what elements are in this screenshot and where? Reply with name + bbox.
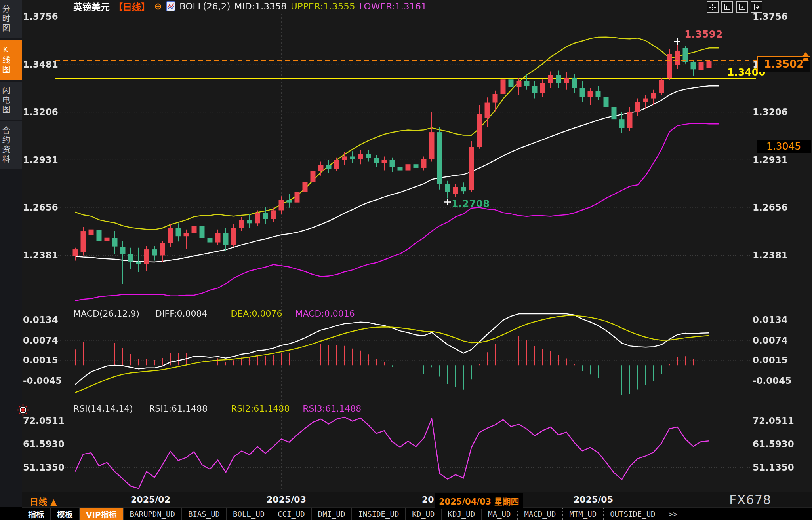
indicator-tab-bar: 指标模板VIP指标BARUPDN_UDBIAS_UDBOLL_UDCCI_UDD… xyxy=(22,507,812,520)
bottom-tab-kdj-ud[interactable]: KDJ_UD xyxy=(442,508,482,520)
low-price-label: 1.2708 xyxy=(452,198,490,209)
period-tag: 【日线】 xyxy=(114,0,150,13)
axis-tick-label: 1.2656 xyxy=(753,202,788,213)
sidebar-item-1[interactable]: 分时图 xyxy=(0,0,22,38)
bottom-tab--[interactable]: >> xyxy=(662,508,684,520)
sidebar: 分时图K线图闪电图合约资料 xyxy=(0,0,22,507)
x-axis-row: 日线 ▲ FX678 2025/022025/032025/042025/05 xyxy=(22,492,812,507)
axis-tick-label: 1.2381 xyxy=(753,250,788,260)
mini-chart-icon xyxy=(166,1,175,11)
bottom-tab--[interactable]: 模板 xyxy=(51,508,80,520)
bottom-tab-barupdn-ud[interactable]: BARUPDN_UD xyxy=(124,508,182,520)
app-window: 英镑美元 【日线】 ⊕ BOLL(26,2) MID:1.3358 UPPER:… xyxy=(0,0,812,520)
macd-dea-value: DEA:0.0076 xyxy=(231,309,282,319)
chart-canvas[interactable] xyxy=(0,0,812,520)
axis-tick-label: -0.0045 xyxy=(23,376,54,386)
jump-to-latest-icon[interactable] xyxy=(800,51,811,65)
bottom-tab-macd-ud[interactable]: MACD_UD xyxy=(517,508,562,520)
axis-tick-label: 0.0074 xyxy=(753,335,788,345)
boll-lower-value: LOWER:1.3161 xyxy=(359,1,427,11)
bottom-tab-bias-ud[interactable]: BIAS_UD xyxy=(182,508,227,520)
rsi3-value: RSI3:61.1488 xyxy=(303,404,361,414)
prev-close-tag: 1.3045 xyxy=(757,140,811,153)
axis-tick-label: 61.5930 xyxy=(23,439,54,449)
rsi-title: RSI(14,14,14) xyxy=(73,404,133,414)
axis-tick-label: 1.2656 xyxy=(23,202,54,213)
boll-mid-value: MID:1.3358 xyxy=(234,1,287,11)
sidebar-item-3[interactable]: 闪电图 xyxy=(0,82,22,120)
zoom-chart-icon[interactable] xyxy=(736,1,748,13)
axis-tick-label: 1.3481 xyxy=(23,59,54,70)
crosshair-move-icon[interactable] xyxy=(707,1,719,13)
x-axis-month-label: 2025/02 xyxy=(131,495,170,505)
corner-block xyxy=(0,507,22,520)
axis-tick-label: -0.0045 xyxy=(753,376,791,386)
axis-tick-label: 1.2931 xyxy=(23,155,54,165)
symbol-name: 英镑美元 xyxy=(73,0,110,13)
scale-axis-icon[interactable] xyxy=(721,1,733,13)
macd-macd-value: MACD:0.0016 xyxy=(295,309,355,319)
boll-upper-value: UPPER:1.3555 xyxy=(291,1,355,11)
axis-tick-label: 0.0134 xyxy=(23,315,54,325)
bottom-tab-outside-ud[interactable]: OUTSIDE_UD xyxy=(603,508,662,520)
add-indicator-icon[interactable]: ⊕ xyxy=(154,1,162,12)
chart-header: 英镑美元 【日线】 ⊕ BOLL(26,2) MID:1.3358 UPPER:… xyxy=(73,1,427,12)
axis-tick-label: 51.1350 xyxy=(753,462,794,473)
bottom-tab-vip-[interactable]: VIP指标 xyxy=(80,508,124,520)
bottom-tab-dmi-ud[interactable]: DMI_UD xyxy=(312,508,352,520)
axis-tick-label: 61.5930 xyxy=(753,439,794,449)
axis-tick-label: 1.2381 xyxy=(23,250,54,260)
axis-tick-label: 0.0015 xyxy=(23,355,54,365)
axis-tick-label: 72.0511 xyxy=(753,416,794,426)
period-selector-button[interactable]: 日线 ▲ xyxy=(30,495,57,507)
rsi1-value: RSI1:61.1488 xyxy=(149,404,208,414)
axis-tick-label: 0.0134 xyxy=(753,315,788,325)
bottom-tab-cci-ud[interactable]: CCI_UD xyxy=(271,508,312,520)
rsi2-value: RSI2:61.1488 xyxy=(231,404,290,414)
axis-tick-label: 0.0074 xyxy=(23,335,54,345)
sidebar-item-4[interactable]: 合约资料 xyxy=(0,121,22,169)
watermark: FX678 xyxy=(729,492,771,507)
axis-tick-label: 1.2931 xyxy=(753,155,788,165)
bottom-tab-mtm-ud[interactable]: MTM_UD xyxy=(562,508,603,520)
macd-diff-value: DIFF:0.0084 xyxy=(155,309,207,319)
chart-toolbar xyxy=(707,1,762,13)
rsi-header: RSI(14,14,14) RSI1:61.1488 RSI2:61.1488 … xyxy=(73,404,372,414)
live-indicator-icon[interactable] xyxy=(17,404,29,418)
axis-tick-label: 1.3206 xyxy=(23,107,54,117)
axis-tick-label: 0.0015 xyxy=(753,355,788,365)
boll-title: BOLL(26,2) xyxy=(179,1,230,11)
x-axis-month-label: 2025/03 xyxy=(267,495,306,505)
bottom-tab-inside-ud[interactable]: INSIDE_UD xyxy=(352,508,406,520)
x-axis-month-label: 2025/05 xyxy=(574,495,613,505)
sidebar-item-2[interactable]: K线图 xyxy=(0,40,22,80)
bottom-tab-ma-ud[interactable]: MA_UD xyxy=(482,508,517,520)
high-price-label: 1.3592 xyxy=(684,28,722,40)
bottom-tab-boll-ud[interactable]: BOLL_UD xyxy=(227,508,271,520)
macd-header: MACD(26,12,9) DIFF:0.0084 DEA:0.0076 MAC… xyxy=(73,309,365,319)
pan-right-icon[interactable] xyxy=(751,1,762,13)
macd-title: MACD(26,12,9) xyxy=(73,309,139,319)
bottom-tab--[interactable]: 指标 xyxy=(22,508,51,520)
axis-tick-label: 1.3756 xyxy=(23,11,54,22)
axis-tick-label: 51.1350 xyxy=(23,462,54,473)
crosshair-date-tooltip: 2025/04/03 星期四 xyxy=(435,493,523,509)
axis-tick-label: 1.3206 xyxy=(753,107,788,117)
bottom-tab-kd-ud[interactable]: KD_UD xyxy=(406,508,441,520)
